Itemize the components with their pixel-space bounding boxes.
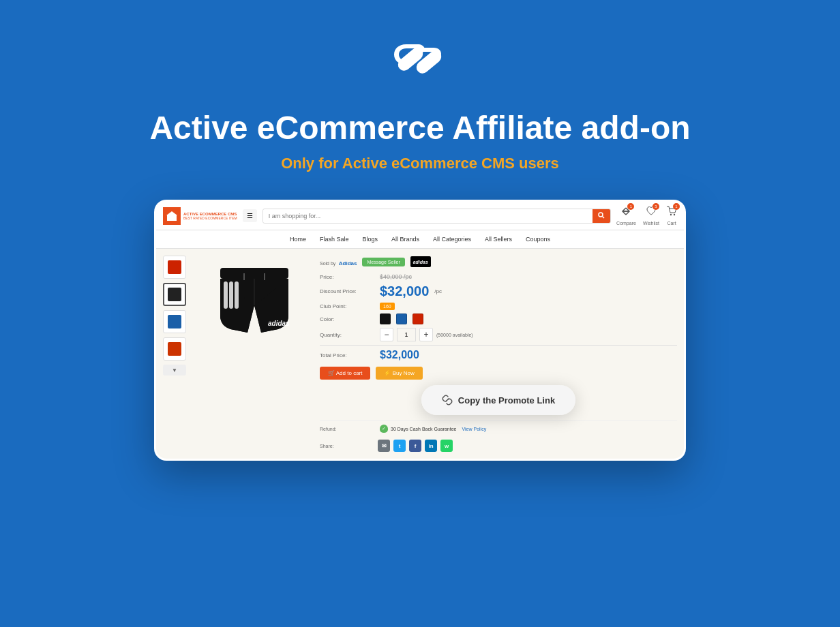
share-email-button[interactable]: ✉ bbox=[378, 440, 390, 452]
search-input[interactable] bbox=[263, 210, 592, 222]
nav-blogs[interactable]: Blogs bbox=[362, 236, 378, 243]
svg-point-4 bbox=[599, 213, 603, 217]
cart-badge: 1 bbox=[673, 203, 680, 210]
thumb-3[interactable] bbox=[163, 310, 186, 333]
ecom-nav: Home Flash Sale Blogs All Brands All Cat… bbox=[156, 230, 684, 249]
compare-icon-item[interactable]: 1 Compare bbox=[616, 206, 636, 226]
svg-rect-8 bbox=[220, 268, 288, 279]
share-row: Share: ✉ t f in w bbox=[320, 436, 677, 452]
ecom-header: ACTIVE ECOMMERCE CMS BEST RATED ECOMMERC… bbox=[156, 202, 684, 230]
buy-icon: ⚡ bbox=[384, 370, 391, 376]
thumb-4[interactable] bbox=[163, 337, 186, 361]
search-button[interactable] bbox=[592, 209, 610, 223]
quantity-row: Quantity: − 1 + (50000 available) bbox=[320, 328, 677, 341]
promote-link-text: Copy the Promote Link bbox=[458, 395, 555, 406]
wishlist-badge: 3 bbox=[652, 203, 659, 210]
refund-label: Refund: bbox=[320, 427, 374, 431]
share-twitter-button[interactable]: t bbox=[393, 440, 406, 452]
color-label: Color: bbox=[320, 316, 374, 322]
promote-link-popup[interactable]: Copy the Promote Link bbox=[421, 385, 575, 415]
qty-value: 1 bbox=[397, 328, 416, 341]
ecom-logo-text: ACTIVE ECOMMERCE CMS BEST RATED ECOMMERC… bbox=[183, 212, 237, 220]
discount-price-row: Discount Price: $32,000 /pc bbox=[320, 284, 677, 299]
qty-increase-button[interactable]: + bbox=[419, 328, 433, 341]
svg-point-6 bbox=[670, 214, 672, 215]
thumb-next[interactable]: ▼ bbox=[163, 365, 186, 376]
header-section: Active eCommerce Affiliate add-on Only f… bbox=[149, 0, 690, 186]
qty-available: (50000 available) bbox=[436, 333, 473, 337]
nav-flash-sale[interactable]: Flash Sale bbox=[320, 236, 349, 243]
nav-home[interactable]: Home bbox=[290, 236, 306, 243]
club-point-label: Club Point: bbox=[320, 303, 374, 309]
product-shorts-image: adidas bbox=[210, 261, 299, 363]
hamburger-button[interactable]: ☰ bbox=[243, 209, 257, 222]
sold-by-row: Sold by Adidas Message Seller adidas bbox=[320, 256, 677, 268]
total-price-label: Total Price: bbox=[320, 352, 374, 358]
link-icon bbox=[442, 395, 453, 406]
share-facebook-button[interactable]: f bbox=[409, 440, 421, 452]
nav-all-brands[interactable]: All Brands bbox=[391, 236, 419, 243]
color-swatch-red[interactable] bbox=[412, 314, 423, 324]
svg-rect-12 bbox=[235, 281, 239, 309]
action-buttons: 🛒 Add to cart ⚡ Buy Now bbox=[320, 367, 677, 380]
share-whatsapp-button[interactable]: w bbox=[440, 440, 453, 452]
price-original: $40,000 /pc bbox=[380, 273, 412, 280]
refund-text: 30 Days Cash Back Guarantee bbox=[391, 427, 457, 431]
color-row: Color: bbox=[320, 314, 677, 324]
price-unit: /pc bbox=[434, 288, 442, 294]
header-icons: 1 Compare 3 Wishlist bbox=[616, 206, 677, 226]
page-title: Active eCommerce Affiliate add-on bbox=[149, 109, 690, 147]
nav-coupons[interactable]: Coupons bbox=[526, 236, 550, 243]
share-label: Share: bbox=[320, 444, 374, 448]
quantity-label: Quantity: bbox=[320, 332, 374, 338]
ecom-logo-icon bbox=[163, 207, 181, 225]
buy-now-button[interactable]: ⚡ Buy Now bbox=[376, 367, 422, 380]
product-main-image: adidas bbox=[200, 256, 309, 368]
search-bar bbox=[262, 209, 611, 224]
color-swatch-blue[interactable] bbox=[396, 314, 407, 324]
compare-badge: 1 bbox=[627, 203, 634, 210]
shield-icon: ✓ bbox=[380, 425, 388, 433]
product-details: Sold by Adidas Message Seller adidas Pri… bbox=[320, 256, 677, 452]
price-discount: $32,000 bbox=[380, 284, 429, 299]
refund-badge: ✓ 30 Days Cash Back Guarantee bbox=[380, 425, 457, 433]
promote-popup-area: Copy the Promote Link bbox=[320, 380, 677, 420]
discount-price-label: Discount Price: bbox=[320, 288, 374, 294]
store-icon bbox=[166, 210, 178, 222]
total-price-value: $32,000 bbox=[380, 349, 419, 361]
brand-logo: adidas bbox=[410, 256, 431, 267]
svg-line-5 bbox=[603, 216, 605, 218]
refund-row: Refund: ✓ 30 Days Cash Back Guarantee Vi… bbox=[320, 420, 677, 436]
nav-all-sellers[interactable]: All Sellers bbox=[485, 236, 512, 243]
screenshot-window: ACTIVE ECOMMERCE CMS BEST RATED ECOMMERC… bbox=[154, 200, 686, 461]
svg-line-16 bbox=[446, 399, 449, 401]
quantity-controls: − 1 + (50000 available) bbox=[380, 328, 473, 341]
seller-name: Adidas bbox=[339, 260, 357, 266]
ecom-logo: ACTIVE ECOMMERCE CMS BEST RATED ECOMMERC… bbox=[163, 207, 237, 225]
svg-text:adidas: adidas bbox=[268, 320, 290, 327]
color-swatch-black[interactable] bbox=[380, 314, 391, 324]
svg-point-7 bbox=[674, 214, 675, 215]
chain-link-icon bbox=[386, 27, 454, 95]
product-area: ▼ adidas bbox=[156, 249, 684, 459]
share-linkedin-button[interactable]: in bbox=[425, 440, 437, 452]
cart-icon-item[interactable]: 1 Cart bbox=[666, 206, 677, 226]
club-point-badge: 160 bbox=[380, 303, 395, 310]
search-icon bbox=[598, 212, 605, 219]
svg-rect-10 bbox=[224, 281, 228, 309]
nav-all-categories[interactable]: All Categories bbox=[433, 236, 471, 243]
price-label: Price: bbox=[320, 274, 374, 280]
product-thumbnails: ▼ bbox=[163, 256, 189, 452]
thumb-1[interactable] bbox=[163, 256, 186, 279]
thumb-2[interactable] bbox=[163, 283, 186, 306]
page-subtitle: Only for Active eCommerce CMS users bbox=[281, 155, 559, 172]
wishlist-icon-item[interactable]: 3 Wishlist bbox=[643, 206, 659, 226]
message-seller-button[interactable]: Message Seller bbox=[362, 258, 404, 266]
total-price-row: Total Price: $32,000 bbox=[320, 345, 677, 361]
svg-rect-11 bbox=[229, 281, 233, 309]
add-to-cart-button[interactable]: 🛒 Add to cart bbox=[320, 367, 370, 380]
club-point-row: Club Point: 160 bbox=[320, 303, 677, 310]
view-policy-link[interactable]: View Policy bbox=[462, 427, 487, 431]
sold-by-label: Sold by bbox=[320, 261, 335, 266]
qty-decrease-button[interactable]: − bbox=[380, 328, 393, 341]
